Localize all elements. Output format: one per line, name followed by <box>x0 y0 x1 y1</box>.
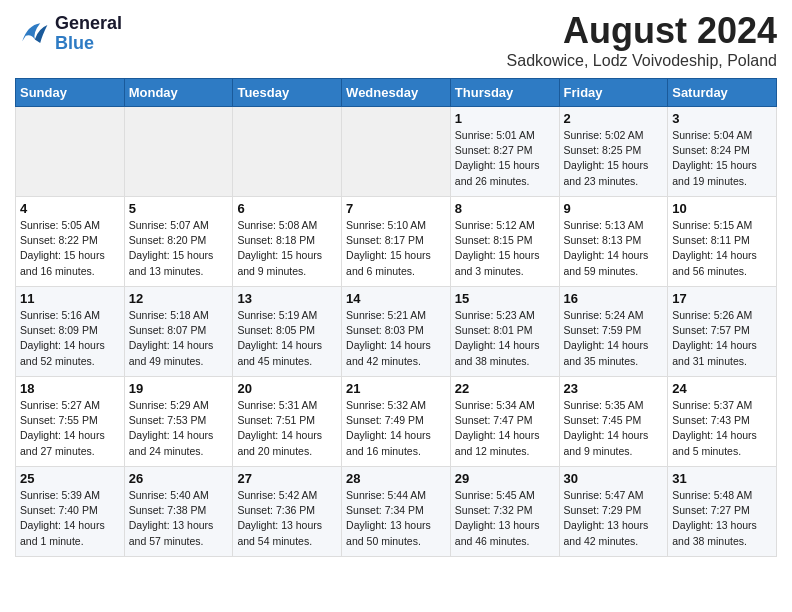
page-header: GeneralBlue August 2024 Sadkowice, Lodz … <box>15 10 777 70</box>
calendar-cell <box>233 107 342 197</box>
day-number: 2 <box>564 111 664 126</box>
calendar-cell: 19Sunrise: 5:29 AM Sunset: 7:53 PM Dayli… <box>124 377 233 467</box>
day-number: 29 <box>455 471 555 486</box>
calendar-cell: 6Sunrise: 5:08 AM Sunset: 8:18 PM Daylig… <box>233 197 342 287</box>
calendar-cell: 22Sunrise: 5:34 AM Sunset: 7:47 PM Dayli… <box>450 377 559 467</box>
day-info: Sunrise: 5:02 AM Sunset: 8:25 PM Dayligh… <box>564 128 664 189</box>
calendar-cell: 20Sunrise: 5:31 AM Sunset: 7:51 PM Dayli… <box>233 377 342 467</box>
day-number: 25 <box>20 471 120 486</box>
day-number: 3 <box>672 111 772 126</box>
calendar-cell: 31Sunrise: 5:48 AM Sunset: 7:27 PM Dayli… <box>668 467 777 557</box>
title-area: August 2024 Sadkowice, Lodz Voivodeship,… <box>507 10 777 70</box>
day-info: Sunrise: 5:21 AM Sunset: 8:03 PM Dayligh… <box>346 308 446 369</box>
calendar-header-thursday: Thursday <box>450 79 559 107</box>
day-number: 18 <box>20 381 120 396</box>
day-number: 22 <box>455 381 555 396</box>
calendar-cell: 12Sunrise: 5:18 AM Sunset: 8:07 PM Dayli… <box>124 287 233 377</box>
day-info: Sunrise: 5:12 AM Sunset: 8:15 PM Dayligh… <box>455 218 555 279</box>
day-number: 24 <box>672 381 772 396</box>
calendar-cell: 2Sunrise: 5:02 AM Sunset: 8:25 PM Daylig… <box>559 107 668 197</box>
calendar-cell <box>342 107 451 197</box>
calendar-cell: 3Sunrise: 5:04 AM Sunset: 8:24 PM Daylig… <box>668 107 777 197</box>
day-info: Sunrise: 5:16 AM Sunset: 8:09 PM Dayligh… <box>20 308 120 369</box>
calendar-cell: 17Sunrise: 5:26 AM Sunset: 7:57 PM Dayli… <box>668 287 777 377</box>
day-number: 19 <box>129 381 229 396</box>
day-number: 20 <box>237 381 337 396</box>
day-info: Sunrise: 5:07 AM Sunset: 8:20 PM Dayligh… <box>129 218 229 279</box>
day-number: 27 <box>237 471 337 486</box>
calendar-cell: 21Sunrise: 5:32 AM Sunset: 7:49 PM Dayli… <box>342 377 451 467</box>
day-info: Sunrise: 5:31 AM Sunset: 7:51 PM Dayligh… <box>237 398 337 459</box>
day-number: 12 <box>129 291 229 306</box>
calendar-cell: 25Sunrise: 5:39 AM Sunset: 7:40 PM Dayli… <box>16 467 125 557</box>
day-info: Sunrise: 5:01 AM Sunset: 8:27 PM Dayligh… <box>455 128 555 189</box>
day-number: 6 <box>237 201 337 216</box>
calendar-header-monday: Monday <box>124 79 233 107</box>
calendar-cell: 23Sunrise: 5:35 AM Sunset: 7:45 PM Dayli… <box>559 377 668 467</box>
day-info: Sunrise: 5:19 AM Sunset: 8:05 PM Dayligh… <box>237 308 337 369</box>
calendar-cell: 10Sunrise: 5:15 AM Sunset: 8:11 PM Dayli… <box>668 197 777 287</box>
day-info: Sunrise: 5:04 AM Sunset: 8:24 PM Dayligh… <box>672 128 772 189</box>
calendar-cell: 24Sunrise: 5:37 AM Sunset: 7:43 PM Dayli… <box>668 377 777 467</box>
logo-bird-icon <box>15 16 51 52</box>
day-number: 16 <box>564 291 664 306</box>
calendar-header-wednesday: Wednesday <box>342 79 451 107</box>
calendar-header-tuesday: Tuesday <box>233 79 342 107</box>
calendar-week-row: 4Sunrise: 5:05 AM Sunset: 8:22 PM Daylig… <box>16 197 777 287</box>
calendar-cell <box>124 107 233 197</box>
calendar-cell: 28Sunrise: 5:44 AM Sunset: 7:34 PM Dayli… <box>342 467 451 557</box>
day-number: 13 <box>237 291 337 306</box>
calendar-cell: 27Sunrise: 5:42 AM Sunset: 7:36 PM Dayli… <box>233 467 342 557</box>
calendar-table: SundayMondayTuesdayWednesdayThursdayFrid… <box>15 78 777 557</box>
day-info: Sunrise: 5:27 AM Sunset: 7:55 PM Dayligh… <box>20 398 120 459</box>
day-number: 5 <box>129 201 229 216</box>
day-info: Sunrise: 5:40 AM Sunset: 7:38 PM Dayligh… <box>129 488 229 549</box>
calendar-cell: 26Sunrise: 5:40 AM Sunset: 7:38 PM Dayli… <box>124 467 233 557</box>
day-info: Sunrise: 5:26 AM Sunset: 7:57 PM Dayligh… <box>672 308 772 369</box>
calendar-cell: 13Sunrise: 5:19 AM Sunset: 8:05 PM Dayli… <box>233 287 342 377</box>
day-info: Sunrise: 5:48 AM Sunset: 7:27 PM Dayligh… <box>672 488 772 549</box>
calendar-cell: 7Sunrise: 5:10 AM Sunset: 8:17 PM Daylig… <box>342 197 451 287</box>
calendar-cell: 11Sunrise: 5:16 AM Sunset: 8:09 PM Dayli… <box>16 287 125 377</box>
day-info: Sunrise: 5:23 AM Sunset: 8:01 PM Dayligh… <box>455 308 555 369</box>
day-info: Sunrise: 5:35 AM Sunset: 7:45 PM Dayligh… <box>564 398 664 459</box>
day-number: 4 <box>20 201 120 216</box>
calendar-cell: 15Sunrise: 5:23 AM Sunset: 8:01 PM Dayli… <box>450 287 559 377</box>
calendar-cell: 4Sunrise: 5:05 AM Sunset: 8:22 PM Daylig… <box>16 197 125 287</box>
calendar-header-row: SundayMondayTuesdayWednesdayThursdayFrid… <box>16 79 777 107</box>
day-info: Sunrise: 5:05 AM Sunset: 8:22 PM Dayligh… <box>20 218 120 279</box>
calendar-header-sunday: Sunday <box>16 79 125 107</box>
day-number: 23 <box>564 381 664 396</box>
day-info: Sunrise: 5:44 AM Sunset: 7:34 PM Dayligh… <box>346 488 446 549</box>
location-title: Sadkowice, Lodz Voivodeship, Poland <box>507 52 777 70</box>
day-info: Sunrise: 5:34 AM Sunset: 7:47 PM Dayligh… <box>455 398 555 459</box>
calendar-header-saturday: Saturday <box>668 79 777 107</box>
day-number: 15 <box>455 291 555 306</box>
day-info: Sunrise: 5:15 AM Sunset: 8:11 PM Dayligh… <box>672 218 772 279</box>
day-info: Sunrise: 5:18 AM Sunset: 8:07 PM Dayligh… <box>129 308 229 369</box>
calendar-cell: 8Sunrise: 5:12 AM Sunset: 8:15 PM Daylig… <box>450 197 559 287</box>
calendar-cell: 9Sunrise: 5:13 AM Sunset: 8:13 PM Daylig… <box>559 197 668 287</box>
day-number: 14 <box>346 291 446 306</box>
logo: GeneralBlue <box>15 10 122 54</box>
day-info: Sunrise: 5:42 AM Sunset: 7:36 PM Dayligh… <box>237 488 337 549</box>
calendar-cell: 5Sunrise: 5:07 AM Sunset: 8:20 PM Daylig… <box>124 197 233 287</box>
calendar-week-row: 25Sunrise: 5:39 AM Sunset: 7:40 PM Dayli… <box>16 467 777 557</box>
day-number: 28 <box>346 471 446 486</box>
calendar-cell: 29Sunrise: 5:45 AM Sunset: 7:32 PM Dayli… <box>450 467 559 557</box>
month-title: August 2024 <box>507 10 777 52</box>
calendar-cell: 30Sunrise: 5:47 AM Sunset: 7:29 PM Dayli… <box>559 467 668 557</box>
day-number: 11 <box>20 291 120 306</box>
day-number: 1 <box>455 111 555 126</box>
day-number: 8 <box>455 201 555 216</box>
day-info: Sunrise: 5:10 AM Sunset: 8:17 PM Dayligh… <box>346 218 446 279</box>
day-number: 30 <box>564 471 664 486</box>
day-info: Sunrise: 5:32 AM Sunset: 7:49 PM Dayligh… <box>346 398 446 459</box>
calendar-cell: 14Sunrise: 5:21 AM Sunset: 8:03 PM Dayli… <box>342 287 451 377</box>
day-info: Sunrise: 5:45 AM Sunset: 7:32 PM Dayligh… <box>455 488 555 549</box>
day-info: Sunrise: 5:39 AM Sunset: 7:40 PM Dayligh… <box>20 488 120 549</box>
calendar-cell: 18Sunrise: 5:27 AM Sunset: 7:55 PM Dayli… <box>16 377 125 467</box>
calendar-header-friday: Friday <box>559 79 668 107</box>
day-info: Sunrise: 5:37 AM Sunset: 7:43 PM Dayligh… <box>672 398 772 459</box>
calendar-week-row: 11Sunrise: 5:16 AM Sunset: 8:09 PM Dayli… <box>16 287 777 377</box>
